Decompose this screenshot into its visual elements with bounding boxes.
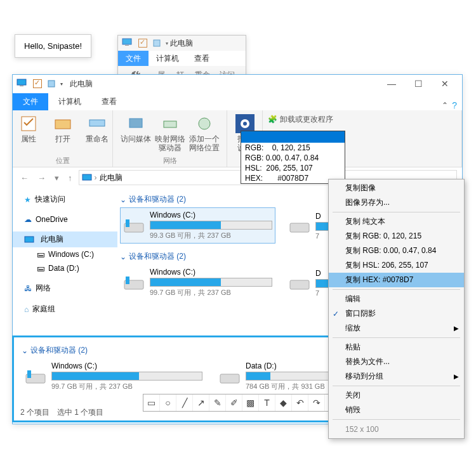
drive-c-2[interactable]: Windows (C:) 99.7 GB 可用，共 237 GB <box>120 264 275 301</box>
nav-drive-c[interactable]: 🖴Windows (C:) <box>13 247 117 261</box>
menu-item[interactable]: 替换为文件... <box>329 355 464 369</box>
ribbon-add-location[interactable]: 添加一个 网络位置 <box>189 113 220 153</box>
nav-history[interactable]: ▾ <box>52 173 62 183</box>
ribbon-collapse-icon[interactable]: ⌃ <box>442 101 448 110</box>
svg-rect-2 <box>154 40 160 46</box>
menu-footer-size: 152 x 100 <box>329 422 464 437</box>
drive-name: Windows (C:) <box>150 211 272 219</box>
svg-point-11 <box>199 118 210 129</box>
close-button[interactable]: ✕ <box>432 79 458 89</box>
tool-text[interactable]: T <box>259 394 275 411</box>
svg-rect-21 <box>126 277 129 284</box>
quick-access-icon <box>47 79 56 88</box>
nav-network[interactable]: 🖧网络 <box>13 280 117 296</box>
svg-rect-5 <box>48 81 55 87</box>
menu-item[interactable]: 复制 HSL: 206, 255, 107 <box>329 258 464 273</box>
svg-rect-10 <box>164 121 176 127</box>
disk-icon <box>25 366 46 388</box>
svg-rect-16 <box>25 237 34 242</box>
drive-c[interactable]: Windows (C:) 99.3 GB 可用，共 237 GB <box>120 207 275 244</box>
nav-drive-d[interactable]: 🖴Data (D:) <box>13 261 117 275</box>
svg-rect-1 <box>125 45 129 46</box>
svg-rect-18 <box>126 219 129 227</box>
tool-ellipse[interactable]: ○ <box>160 394 176 411</box>
tab-file[interactable]: 文件 <box>13 93 48 110</box>
chevron-down-icon: ⌄ <box>120 252 126 261</box>
float-tab-view[interactable]: 查看 <box>187 51 217 66</box>
menu-item[interactable]: 缩放▶ <box>329 321 464 335</box>
disk-icon: 🖴 <box>37 250 44 259</box>
drive-sub: 99.3 GB 可用，共 237 GB <box>150 231 272 240</box>
tool-mosaic[interactable]: ▩ <box>242 394 259 411</box>
nav-forward[interactable]: → <box>35 173 48 183</box>
disk-icon <box>123 272 145 294</box>
tool-marker[interactable]: ✐ <box>226 394 242 411</box>
minimize-button[interactable]: — <box>378 79 405 89</box>
nav-back[interactable]: ← <box>18 173 31 183</box>
ribbon-properties[interactable]: 属性 <box>13 113 44 143</box>
strip-drive-c[interactable]: Windows (C:) 99.7 GB 可用，共 237 GB <box>22 358 206 394</box>
svg-rect-7 <box>55 120 70 129</box>
tab-view[interactable]: 查看 <box>91 93 127 110</box>
menu-item[interactable]: 复制 RGB: 0.00, 0.47, 0.84 <box>329 244 464 258</box>
nav-quick-access[interactable]: ★快速访问 <box>13 192 117 207</box>
menu-item[interactable]: 复制 纯文本 <box>329 214 464 229</box>
star-icon: ★ <box>24 195 31 204</box>
svg-rect-19 <box>290 223 309 232</box>
ribbon-group-location: 位置 <box>56 155 70 167</box>
tool-redo[interactable]: ↷ <box>308 394 325 411</box>
tool-undo[interactable]: ↶ <box>292 394 308 411</box>
tool-eraser[interactable]: ◆ <box>275 394 292 411</box>
quick-access-icon <box>152 39 161 48</box>
color-picker-popup: RGB: 0, 120, 215 RGB: 0.00, 0.47, 0.84 H… <box>241 131 345 184</box>
ribbon-media[interactable]: 访问媒体 <box>121 113 151 153</box>
ribbon-open[interactable]: 打开 <box>48 113 78 143</box>
uninstall-icon: 🧩 <box>268 115 277 124</box>
menu-item[interactable]: ✓窗口阴影 <box>329 306 464 321</box>
tool-line[interactable]: ╱ <box>176 394 193 411</box>
disk-icon <box>219 366 241 388</box>
svg-rect-3 <box>17 79 26 85</box>
help-icon[interactable]: ? <box>452 100 457 110</box>
snipaste-note: Hello, Snipaste! <box>15 34 91 58</box>
context-menu: 复制图像图像另存为...复制 纯文本复制 RGB: 0, 120, 215复制 … <box>328 179 465 439</box>
ribbon-uninstall[interactable]: 🧩卸载或更改程序 <box>268 113 333 126</box>
home-icon: ⌂ <box>24 305 29 314</box>
menu-item[interactable]: 图像另存为... <box>329 195 464 210</box>
color-swatch <box>241 131 345 143</box>
pc-icon <box>24 236 34 244</box>
menu-item[interactable]: 复制 RGB: 0, 120, 215 <box>329 229 464 244</box>
nav-this-pc[interactable]: 此电脑 <box>13 231 117 247</box>
menu-item[interactable]: 粘贴 <box>329 340 464 355</box>
window-title: 此电脑 <box>70 79 93 89</box>
tab-computer[interactable]: 计算机 <box>48 93 91 110</box>
svg-rect-8 <box>89 120 105 126</box>
float-tab-file[interactable]: 文件 <box>118 51 149 66</box>
svg-rect-4 <box>20 86 23 86</box>
pc-icon <box>17 79 27 89</box>
titlebar: ▾ 此电脑 — ☐ ✕ <box>13 75 462 93</box>
nav-onedrive[interactable]: ☁OneDrive <box>13 212 117 226</box>
menu-item[interactable]: 复制图像 <box>329 181 464 195</box>
menu-item[interactable]: 移动到分组▶ <box>329 369 464 384</box>
pc-icon <box>122 38 132 48</box>
menu-item[interactable]: 复制 HEX: #0078D7 <box>329 273 464 287</box>
drive-sub: 99.7 GB 可用，共 237 GB <box>150 288 272 297</box>
svg-rect-22 <box>290 280 309 289</box>
nav-up[interactable]: ↑ <box>65 173 75 183</box>
disk-icon <box>289 272 310 294</box>
tool-arrow[interactable]: ↗ <box>193 394 209 411</box>
menu-item[interactable]: 销毁 <box>329 403 464 417</box>
nav-homegroup[interactable]: ⌂家庭组 <box>13 301 117 317</box>
tool-rect[interactable]: ▭ <box>143 394 160 411</box>
ribbon-rename[interactable]: 重命名 <box>82 113 112 143</box>
float-tab-computer[interactable]: 计算机 <box>149 51 187 66</box>
maximize-button[interactable]: ☐ <box>405 79 432 89</box>
chevron-down-icon: ⌄ <box>22 346 28 355</box>
svg-rect-15 <box>83 174 91 180</box>
status-selected: 选中 1 个项目 <box>57 407 103 418</box>
ribbon-map-drive[interactable]: 映射网络 驱动器 <box>155 113 185 153</box>
menu-item[interactable]: 编辑 <box>329 292 464 306</box>
menu-item[interactable]: 关闭 <box>329 388 464 403</box>
tool-pencil[interactable]: ✎ <box>209 394 226 411</box>
